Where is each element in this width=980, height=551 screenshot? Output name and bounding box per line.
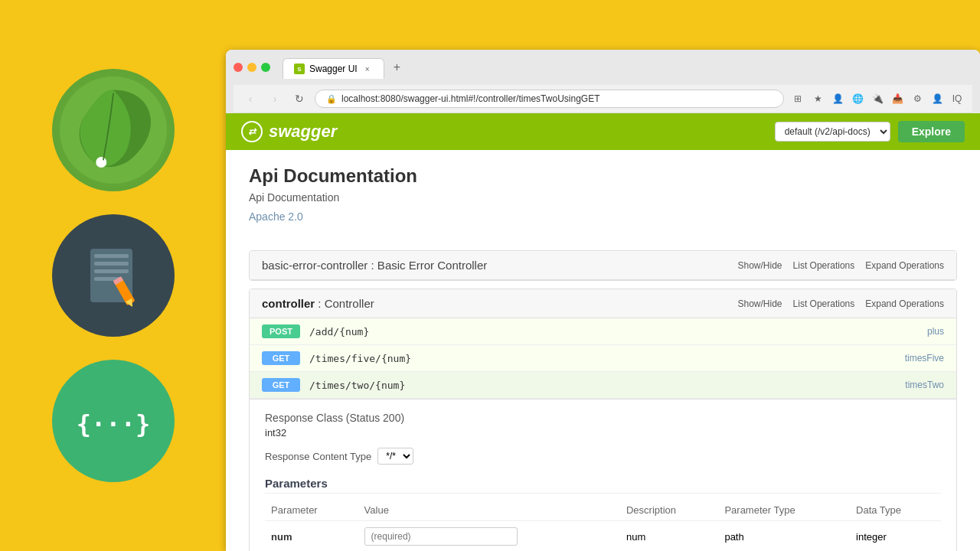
param-col-type: Parameter Type <box>718 500 850 521</box>
spring-logo-circle <box>52 69 175 191</box>
browser-tabs: S Swagger UI × + <box>283 56 408 79</box>
param-col-datatype: Data Type <box>850 500 941 521</box>
address-lock-icon: 🔒 <box>326 94 337 104</box>
forward-button[interactable]: › <box>266 90 284 108</box>
tab-favicon: S <box>294 64 305 74</box>
browser-controls: S Swagger UI × + <box>234 56 972 79</box>
show-hide-link[interactable]: Show/Hide <box>738 298 782 309</box>
tab-label: Swagger UI <box>309 64 358 74</box>
refresh-button[interactable]: ↻ <box>290 90 309 108</box>
param-datatype-num: integer <box>850 521 941 552</box>
browser-chrome: S Swagger UI × + ‹ › ↻ 🔒 localhost:8080/… <box>226 50 980 113</box>
browser-toolbar: ‹ › ↻ 🔒 localhost:8080/swagger-ui.html#!… <box>234 85 972 113</box>
address-bar[interactable]: 🔒 localhost:8080/swagger-ui.html#!/contr… <box>315 90 784 108</box>
endpoint-row-times-two[interactable]: GET /times/two/{num} timesTwo <box>250 372 956 399</box>
method-badge-get-two: GET <box>262 378 300 392</box>
params-header-row: Parameter Value Description Parameter Ty… <box>265 500 941 521</box>
swagger-logo-text: swagger <box>269 122 337 142</box>
swagger-logo-icon: ⇄ <box>241 121 263 142</box>
swagger-right-controls: default (/v2/api-docs) Explore <box>775 121 965 142</box>
controller-title: controller : Controller <box>262 297 374 310</box>
tab-close-button[interactable]: × <box>362 64 373 74</box>
swagger-icon-circle: {···} <box>52 360 175 482</box>
endpoint-name-five: timesFive <box>905 353 944 364</box>
expand-ops-link[interactable]: Expand Operations <box>865 298 944 309</box>
list-ops-link[interactable]: List Operations <box>793 298 855 309</box>
traffic-light-red[interactable] <box>234 63 243 72</box>
svg-rect-4 <box>94 262 129 266</box>
response-content-type-label: Response Content Type <box>265 451 371 462</box>
extension-icon-1[interactable]: 🔌 <box>870 91 885 106</box>
basic-expand-ops-link[interactable]: Expand Operations <box>865 260 944 271</box>
param-name-num: num <box>265 521 358 552</box>
controller-section: controller : Controller Show/Hide List O… <box>249 289 957 551</box>
parameters-section: Parameters Parameter Value Description P… <box>265 477 941 551</box>
svg-rect-5 <box>94 269 129 273</box>
response-type-select[interactable]: */* <box>377 448 413 465</box>
endpoint-row-add[interactable]: POST /add/{num} plus <box>250 318 956 345</box>
endpoint-path-two: /times/two/{num} <box>309 380 905 391</box>
swagger-logo: ⇄ swagger <box>241 121 337 142</box>
basic-error-controller-title: basic-error-controller : Basic Error Con… <box>262 259 487 272</box>
method-badge-post: POST <box>262 324 300 338</box>
endpoint-expanded-content: Response Class (Status 200) int32 Respon… <box>250 399 956 551</box>
basic-show-hide-link[interactable]: Show/Hide <box>738 260 782 271</box>
explore-button[interactable]: Explore <box>898 121 965 142</box>
param-value-cell <box>358 521 620 552</box>
param-description-num: num <box>620 521 718 552</box>
param-row-num: num num path integer <box>265 521 941 552</box>
user-icon-1[interactable]: 👤 <box>830 91 845 106</box>
left-panel: {···} <box>0 0 226 551</box>
traffic-light-yellow[interactable] <box>247 63 256 72</box>
param-col-description: Description <box>620 500 718 521</box>
param-type-num: path <box>718 521 850 552</box>
basic-error-controller-actions: Show/Hide List Operations Expand Operati… <box>738 260 944 271</box>
bookmark-icon[interactable]: ★ <box>810 91 825 106</box>
basic-error-controller-header: basic-error-controller : Basic Error Con… <box>250 251 956 280</box>
svg-point-1 <box>96 157 106 168</box>
param-col-parameter: Parameter <box>265 500 358 521</box>
browser-window: S Swagger UI × + ‹ › ↻ 🔒 localhost:8080/… <box>226 50 980 551</box>
basic-list-ops-link[interactable]: List Operations <box>793 260 855 271</box>
svg-text:{···}: {···} <box>76 409 149 439</box>
param-value-input[interactable] <box>364 527 518 546</box>
translate-icon[interactable]: 🌐 <box>850 91 865 106</box>
apache-license-link[interactable]: Apache 2.0 <box>249 210 303 223</box>
traffic-light-green[interactable] <box>261 63 270 72</box>
api-subtitle: Api Documentation <box>249 191 957 204</box>
api-title: Api Documentation <box>249 165 957 187</box>
basic-error-controller-section: basic-error-controller : Basic Error Con… <box>249 250 957 281</box>
address-text: localhost:8080/swagger-ui.html#!/control… <box>341 93 599 104</box>
swagger-content: ⇄ swagger default (/v2/api-docs) Explore… <box>226 113 980 551</box>
swagger-header: ⇄ swagger default (/v2/api-docs) Explore <box>226 113 980 150</box>
endpoint-name-plus: plus <box>927 326 944 337</box>
notepad-icon-circle <box>52 214 175 337</box>
controller-title-rest: : Controller <box>315 297 374 310</box>
parameters-table: Parameter Value Description Parameter Ty… <box>265 500 941 551</box>
response-class-title: Response Class (Status 200) <box>265 412 941 424</box>
response-class-section: Response Class (Status 200) int32 <box>265 412 941 439</box>
controller-actions: Show/Hide List Operations Expand Operati… <box>738 298 944 309</box>
active-tab[interactable]: S Swagger UI × <box>283 58 384 79</box>
iq-icon[interactable]: IQ <box>949 91 965 106</box>
swagger-body: Api Documentation Api Documentation Apac… <box>226 150 980 551</box>
endpoint-row-times-five[interactable]: GET /times/five/{num} timesFive <box>250 345 956 372</box>
controller-header: controller : Controller Show/Hide List O… <box>250 289 956 318</box>
endpoint-name-two: timesTwo <box>905 380 944 390</box>
profile-icon[interactable]: 👤 <box>929 91 945 106</box>
new-tab-button[interactable]: + <box>386 56 408 79</box>
settings-icon[interactable]: ⚙ <box>910 91 925 106</box>
download-icon[interactable]: 📥 <box>890 91 905 106</box>
param-col-value: Value <box>358 500 620 521</box>
svg-rect-3 <box>94 254 129 258</box>
external-link-icon[interactable]: ⊞ <box>790 91 805 106</box>
controller-title-strong: controller <box>262 297 315 310</box>
endpoint-path-five: /times/five/{num} <box>309 353 905 364</box>
method-badge-get-five: GET <box>262 351 300 365</box>
browser-actions: ⊞ ★ 👤 🌐 🔌 📥 ⚙ 👤 IQ <box>790 91 965 106</box>
api-docs-select[interactable]: default (/v2/api-docs) <box>775 122 890 142</box>
response-class-type: int32 <box>265 427 941 439</box>
endpoint-path-add: /add/{num} <box>309 326 927 337</box>
response-content-type-row: Response Content Type */* <box>265 448 941 465</box>
back-button[interactable]: ‹ <box>241 90 260 108</box>
